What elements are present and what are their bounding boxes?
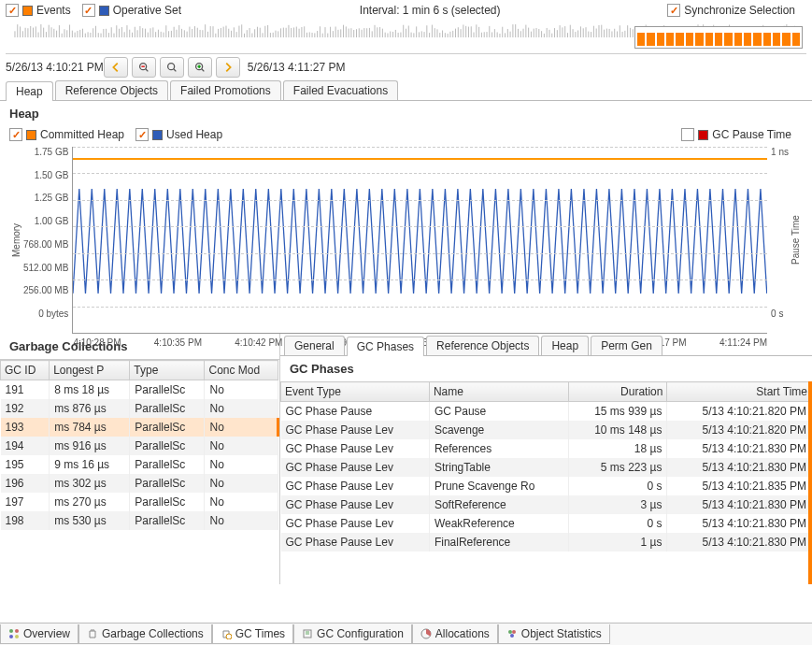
zoom-out-button[interactable] [132, 57, 156, 78]
checkbox-icon [82, 4, 95, 17]
svg-point-303 [167, 64, 174, 70]
timeline-selection[interactable] [634, 26, 803, 49]
svg-point-309 [9, 629, 13, 633]
sync-selection-checkbox[interactable]: Synchronize Selection [667, 4, 795, 17]
checkbox-icon [681, 128, 694, 141]
timeline-overview[interactable] [6, 21, 806, 54]
btab-gc-configuration[interactable]: GC Configuration [293, 624, 412, 644]
committed-label: Committed Heap [40, 128, 124, 141]
tab-failed-evacuations[interactable]: Failed Evacuations [283, 80, 398, 100]
svg-point-310 [15, 629, 19, 633]
tab-heap[interactable]: Heap [6, 81, 53, 101]
gc-table[interactable]: GC ID Longest P Type Conc Mod 1918 ms 18… [0, 360, 279, 584]
main-tabstrip: Heap Reference Objects Failed Promotions… [0, 80, 812, 101]
used-swatch [152, 130, 163, 140]
btab-garbage-collections[interactable]: Garbage Collections [78, 624, 212, 644]
scroll-indicator [808, 381, 812, 584]
operative-label: Operative Set [113, 4, 181, 17]
col-duration[interactable]: Duration [569, 382, 667, 402]
table-row[interactable]: 197ms 270 µsParallelScNo [1, 493, 278, 511]
btab-gc-times[interactable]: GC Times [212, 624, 293, 644]
svg-point-313 [226, 634, 232, 639]
col-longest[interactable]: Longest P [50, 361, 130, 380]
table-row[interactable]: 196ms 302 µsParallelScNo [1, 474, 278, 493]
col-name[interactable]: Name [429, 382, 568, 402]
committed-heap-line [73, 158, 767, 160]
svg-point-311 [9, 635, 13, 638]
table-row[interactable]: GC Phase PauseGC Pause15 ms 939 µs5/13 4… [281, 402, 812, 422]
table-row[interactable]: GC Phase Pause LevWeakReference0 s5/13 4… [281, 514, 812, 533]
checkbox-icon [9, 128, 22, 141]
used-heap-line [73, 147, 767, 318]
table-row[interactable]: GC Phase Pause LevPrune Scavenge Ro0 s5/… [281, 477, 812, 495]
operative-swatch [99, 6, 109, 16]
phases-title: GC Phases [280, 356, 812, 381]
tab-ref-objects[interactable]: Reference Objects [426, 336, 539, 355]
svg-point-318 [508, 630, 512, 634]
col-gc-id[interactable]: GC ID [1, 361, 50, 380]
col-event-type[interactable]: Event Type [281, 382, 430, 402]
svg-point-312 [15, 635, 19, 638]
checkbox-icon [135, 128, 149, 141]
tab-failed-promotions[interactable]: Failed Promotions [170, 80, 281, 100]
table-row[interactable]: 192ms 876 µsParallelScNo [1, 399, 278, 418]
tab-reference-objects[interactable]: Reference Objects [55, 80, 168, 100]
svg-point-319 [512, 630, 516, 634]
events-checkbox[interactable]: Events [6, 4, 71, 17]
events-label: Events [36, 4, 71, 17]
pause-label: GC Pause Time [712, 128, 791, 141]
used-label: Used Heap [166, 128, 222, 141]
plot-area: 4:10:28 PM4:10:35 PM4:10:42 PM4:10:49 PM… [72, 147, 767, 334]
btab-object-statistics[interactable]: Object Statistics [498, 624, 610, 644]
table-row[interactable]: 198ms 530 µsParallelScNo [1, 511, 278, 530]
svg-line-301 [146, 69, 149, 72]
table-row[interactable]: 194ms 916 µsParallelScNo [1, 437, 278, 455]
table-row[interactable]: 1918 ms 18 µsParallelScNo [1, 380, 278, 400]
checkbox-icon [667, 4, 680, 17]
bottom-tabstrip: Overview Garbage Collections GC Times GC… [0, 623, 812, 645]
table-row[interactable]: GC Phase Pause LevScavenge10 ms 148 µs5/… [281, 421, 812, 439]
timestamp-left: 5/26/13 4:10:21 PM [6, 61, 104, 74]
pause-swatch [698, 130, 708, 140]
btab-overview[interactable]: Overview [0, 624, 78, 644]
tab-heap-sub[interactable]: Heap [541, 336, 589, 355]
table-row[interactable]: GC Phase Pause LevReferences18 µs5/13 4:… [281, 439, 812, 458]
tab-perm-gen[interactable]: Perm Gen [591, 336, 662, 355]
col-conc[interactable]: Conc Mod [205, 361, 278, 380]
table-row[interactable]: GC Phase Pause LevSoftReference3 µs5/13 … [281, 495, 812, 514]
sync-label: Synchronize Selection [684, 4, 795, 17]
timestamp-right: 5/26/13 4:11:27 PM [240, 61, 806, 74]
y-axis-ticks: 1.75 GB1.50 GB1.25 GB1.00 GB768.00 MB512… [23, 147, 72, 334]
operative-set-checkbox[interactable]: Operative Set [82, 4, 181, 17]
tab-gc-phases[interactable]: GC Phases [347, 337, 424, 356]
table-row[interactable]: 193ms 784 µsParallelScNo [1, 418, 278, 437]
heap-title: Heap [0, 101, 812, 126]
phase-tabstrip: General GC Phases Reference Objects Heap… [280, 334, 812, 356]
btab-allocations[interactable]: Allocations [412, 624, 498, 644]
checkbox-icon [6, 4, 19, 17]
nav-back-button[interactable] [104, 57, 128, 78]
phase-table[interactable]: Event Type Name Duration Start Time GC P… [280, 381, 812, 584]
tab-general[interactable]: General [284, 336, 345, 355]
used-heap-checkbox[interactable]: Used Heap [135, 128, 222, 141]
svg-line-306 [202, 69, 205, 72]
gc-pause-time-checkbox[interactable]: GC Pause Time [681, 128, 791, 141]
events-swatch [22, 6, 33, 16]
zoom-reset-button[interactable] [160, 57, 184, 78]
col-start-time[interactable]: Start Time [667, 382, 812, 402]
col-type[interactable]: Type [130, 361, 205, 380]
y2-axis-label: Pause Time [789, 147, 803, 334]
nav-forward-button[interactable] [216, 57, 240, 78]
table-row[interactable]: 1959 ms 16 µsParallelScNo [1, 455, 278, 474]
y-axis-label: Memory [9, 147, 23, 334]
interval-text: Interval: 1 min 6 s (selected) [192, 4, 667, 17]
committed-heap-checkbox[interactable]: Committed Heap [9, 128, 124, 141]
zoom-in-button[interactable] [188, 57, 212, 78]
y2-axis-ticks: 1 ns0 s [767, 147, 789, 334]
committed-swatch [26, 130, 36, 140]
svg-line-304 [174, 69, 177, 72]
svg-point-320 [510, 634, 514, 638]
table-row[interactable]: GC Phase Pause LevStringTable5 ms 223 µs… [281, 458, 812, 477]
heap-chart[interactable]: Memory 1.75 GB1.50 GB1.25 GB1.00 GB768.0… [9, 147, 803, 334]
table-row[interactable]: GC Phase Pause LevFinalReference1 µs5/13… [281, 533, 812, 552]
